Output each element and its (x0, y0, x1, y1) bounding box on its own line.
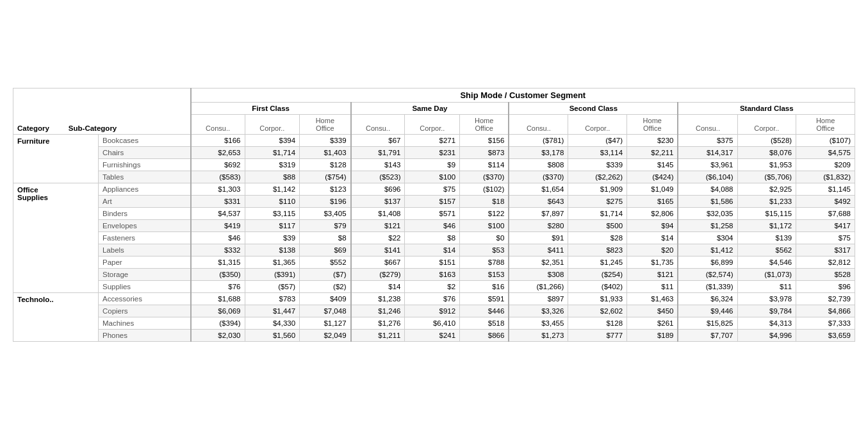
data-cell: $3,114 (568, 146, 627, 158)
data-cell: $4,546 (737, 256, 796, 268)
data-cell: $7,048 (300, 305, 351, 317)
sc-consumer-header: Consu.. (509, 114, 568, 134)
data-cell: $11 (737, 280, 796, 292)
data-cell: $46 (191, 231, 245, 244)
data-cell: $2,812 (796, 256, 855, 268)
data-cell: $375 (678, 134, 737, 146)
data-cell: $67 (351, 134, 405, 146)
data-cell: $3,178 (509, 146, 568, 158)
data-cell: $14 (351, 280, 405, 292)
data-cell: $2,806 (627, 207, 678, 219)
data-cell: $552 (300, 256, 351, 268)
data-cell: $196 (300, 195, 351, 207)
data-cell: $156 (460, 134, 509, 146)
data-cell: $16 (460, 280, 509, 292)
data-cell: ($7) (300, 268, 351, 280)
data-cell: ($279) (351, 268, 405, 280)
subcategory-cell: Binders (98, 207, 190, 219)
data-cell: $3,455 (509, 317, 568, 329)
data-cell: $151 (405, 256, 460, 268)
data-cell: $28 (568, 231, 627, 244)
data-cell: $897 (509, 292, 568, 305)
data-cell: $319 (245, 158, 300, 171)
data-cell: $15,115 (737, 207, 796, 219)
data-cell: $6,324 (678, 292, 737, 305)
data-cell: $1,463 (627, 292, 678, 305)
data-cell: $75 (796, 231, 855, 244)
data-cell: ($1,339) (678, 280, 737, 292)
data-cell: $562 (737, 244, 796, 256)
data-cell: $339 (568, 158, 627, 171)
data-cell: $777 (568, 329, 627, 341)
data-cell: ($1,266) (509, 280, 568, 292)
data-cell: $332 (191, 244, 245, 256)
subcategory-cell: Copiers (98, 305, 190, 317)
standard-class-header: Standard Class (678, 102, 855, 114)
data-cell: $128 (568, 317, 627, 329)
data-cell: $1,145 (796, 183, 855, 195)
stc-corporate-header: Corpor.. (737, 114, 796, 134)
subcategory-cell: Furnishings (98, 158, 190, 171)
data-cell: $1,245 (568, 256, 627, 268)
data-cell: $866 (460, 329, 509, 341)
data-cell: $157 (405, 195, 460, 207)
subcategory-cell: Phones (98, 329, 190, 341)
data-cell: ($370) (509, 171, 568, 183)
data-cell: ($57) (245, 280, 300, 292)
data-cell: $788 (460, 256, 509, 268)
data-cell: $3,326 (509, 305, 568, 317)
data-cell: $873 (460, 146, 509, 158)
data-cell: $3,961 (678, 158, 737, 171)
data-cell: $2,602 (568, 305, 627, 317)
first-class-header: First Class (191, 102, 351, 114)
data-cell: ($523) (351, 171, 405, 183)
main-container: Category Sub-Category Ship Mode / Custom… (13, 88, 855, 342)
data-cell: $4,537 (191, 207, 245, 219)
data-table: Category Sub-Category Ship Mode / Custom… (13, 88, 855, 342)
data-cell: $7,707 (678, 329, 737, 341)
data-cell: ($391) (245, 268, 300, 280)
data-cell: $450 (627, 305, 678, 317)
data-cell: $0 (460, 231, 509, 244)
data-cell: $409 (300, 292, 351, 305)
data-cell: $4,866 (796, 305, 855, 317)
data-cell: $1,714 (568, 207, 627, 219)
data-cell: $137 (351, 195, 405, 207)
data-cell: $6,069 (191, 305, 245, 317)
data-cell: $500 (568, 219, 627, 231)
data-cell: $14,317 (678, 146, 737, 158)
data-cell: $9,446 (678, 305, 737, 317)
sc-homeoffice-header: HomeOffice (627, 114, 678, 134)
stc-consumer-header: Consu.. (678, 114, 737, 134)
data-cell: $2,739 (796, 292, 855, 305)
data-cell: $1,303 (191, 183, 245, 195)
data-cell: ($394) (191, 317, 245, 329)
data-cell: $912 (405, 305, 460, 317)
data-cell: $3,659 (796, 329, 855, 341)
data-cell: $121 (351, 219, 405, 231)
data-cell: $69 (300, 244, 351, 256)
data-cell: ($424) (627, 171, 678, 183)
data-cell: $2 (405, 280, 460, 292)
data-cell: $1,273 (509, 329, 568, 341)
data-cell: $7,333 (796, 317, 855, 329)
data-cell: $339 (300, 134, 351, 146)
data-cell: $7,897 (509, 207, 568, 219)
data-cell: $123 (300, 183, 351, 195)
data-cell: $18 (460, 195, 509, 207)
data-cell: $2,211 (627, 146, 678, 158)
data-cell: $2,049 (300, 329, 351, 341)
data-cell: ($370) (460, 171, 509, 183)
data-cell: $4,088 (678, 183, 737, 195)
data-cell: $128 (300, 158, 351, 171)
data-cell: $117 (245, 219, 300, 231)
data-cell: $1,412 (678, 244, 737, 256)
subcategory-cell: Paper (98, 256, 190, 268)
data-cell: ($350) (191, 268, 245, 280)
subcategory-cell: Accessories (98, 292, 190, 305)
main-title: Ship Mode / Customer Segment (191, 88, 855, 102)
data-cell: $1,246 (351, 305, 405, 317)
data-cell: $1,127 (300, 317, 351, 329)
data-cell: $1,933 (568, 292, 627, 305)
data-cell: $94 (627, 219, 678, 231)
